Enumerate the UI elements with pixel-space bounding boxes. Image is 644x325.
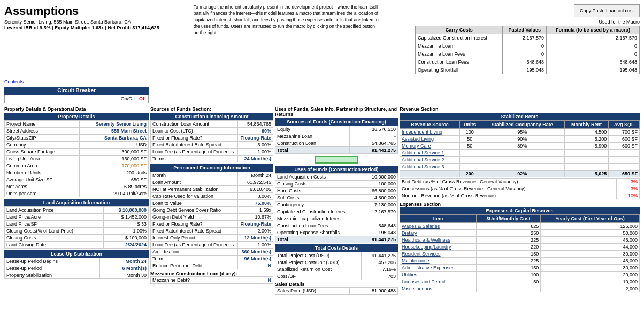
cf-row-label: Loan to Cost (LTC)	[151, 128, 238, 135]
pf-row-label: Cap Rate Used for Valuation	[151, 193, 238, 200]
lease-row-value: Month 24	[100, 258, 149, 265]
prop-row-value: 29.04 Unit/Acre	[79, 190, 148, 197]
prop-row-label: Average Unit Size SF	[5, 176, 80, 183]
src-row-label: Total	[275, 147, 350, 154]
pf-row-value: Floating-Rate	[237, 221, 273, 228]
pf-row-value: 2.00%	[237, 228, 273, 235]
tc-row-value: 7.16%	[362, 266, 398, 273]
pf-row-value: 75.00%	[237, 200, 273, 207]
src-row-value: -	[349, 133, 397, 140]
bd-row-label: Concessions (as % of Gross Revenue - Gen…	[400, 185, 617, 192]
rev-row-occ	[480, 157, 564, 164]
circuit-on-off-label: On/Off	[121, 96, 135, 102]
pf-row-value: Month 24	[237, 172, 273, 179]
pf-row-label: Refince Permanet Debt	[151, 262, 238, 269]
prop-row-label: Street Address	[5, 128, 80, 135]
cf-row-value: 60%	[237, 128, 273, 135]
exp-col-monthly: $Unit/Monthly Cost	[476, 215, 540, 223]
prop-row-value: 650 SF	[79, 176, 148, 183]
land-row-label: Land Acquisition Price	[5, 207, 104, 214]
src-row-label: Equity	[275, 126, 350, 133]
green-input-cell[interactable]	[315, 156, 358, 164]
cf-row-value: Floating-Rate	[237, 135, 273, 142]
circuit-breaker-header: Circuit Breaker	[4, 87, 149, 95]
rev-row-rent: 4,500	[564, 129, 609, 136]
exp-row-monthly: 150	[476, 251, 540, 258]
macro-row-label: Operating Shortfall	[415, 66, 502, 74]
lease-up-table: Lease-up Period Begins Month 24 Lease-up…	[4, 258, 149, 279]
land-row-value: 1.00%	[104, 228, 149, 235]
cf-row-value: 3.00%	[237, 142, 273, 149]
macro-col-2: Pasted Values	[503, 26, 547, 34]
src-row-value: 91,441,275	[349, 147, 397, 154]
exp-row-item: Resident Services	[400, 251, 477, 258]
prop-row-label: Number of Units	[5, 169, 80, 176]
prop-row-label: Gross Square Footage	[5, 149, 80, 156]
contents-link[interactable]: Contents	[4, 79, 24, 84]
rev-row-sqf: 700 SF	[609, 129, 640, 136]
land-row-value: $ 1,452,000	[104, 214, 149, 221]
pf-row-value: N	[237, 262, 273, 269]
macro-table: Carry Costs Pasted Values Formula (to be…	[415, 26, 640, 74]
exp-row-monthly	[476, 285, 540, 292]
page-title: Assumptions	[4, 4, 159, 18]
uses-row-value: 10,000,000	[364, 174, 397, 181]
prop-row-value: Santa Barbara, CA	[79, 135, 148, 142]
pf-row-label: Term	[151, 256, 238, 262]
pf-row-label: Loan to Value	[151, 200, 238, 207]
tc-row-label: Stabilized Return on Cost	[275, 266, 362, 273]
pf-row-value: 360 Month(s)	[237, 249, 273, 256]
expenses-section-title: Expenses Section	[400, 202, 640, 207]
rev-row-rent: 5,200	[564, 136, 609, 143]
rev-row-units: 50	[459, 143, 480, 150]
src-row-label: Construction Loan	[275, 140, 350, 147]
rev-row-occ: 90%	[480, 136, 564, 143]
sources-section-title: Sources of Funds Section:	[150, 106, 273, 112]
mezzanine-label: Mezzanine Construction Loan (if any):	[150, 271, 273, 276]
prop-row-value: 300,000 SF	[79, 149, 148, 156]
rev-row-occ: -	[480, 150, 564, 157]
land-row-label: Land Closing Date	[5, 242, 104, 249]
uses-row-value: 2,167,579	[364, 208, 397, 215]
exp-row-yearly: 2,000	[541, 285, 640, 292]
sales-row-label: Sales Price (USD)	[275, 288, 350, 295]
permanent-financing-table: Month Month 24 Loan Amount 61,972,545 NO…	[150, 172, 273, 269]
pf-row-value: 12 Month(s)	[237, 235, 273, 242]
construction-financing-table: Construction Loan Amount 54,864,765 Loan…	[150, 120, 273, 162]
exp-row-yearly: 45,000	[541, 237, 640, 244]
rev-row-rent	[564, 150, 609, 157]
copy-paste-button[interactable]: Copy Paste financial cost	[574, 4, 640, 17]
uses-construction-header: Uses of Funds (Construction Period)	[275, 166, 398, 173]
rev-row-source: Additional Service 2	[400, 157, 460, 164]
pf-row-label: Going-in Debt Yield	[151, 214, 238, 221]
uses-row-label: Soft Costs	[275, 195, 364, 202]
rev-col-sqf: Avg SQF	[609, 121, 640, 129]
macro-row-label: Mezzanine Loan	[415, 42, 502, 50]
pf-row-label: Fixed Rate/Interest Rate Spread	[151, 228, 238, 235]
pf-row-value: 8.00%	[237, 193, 273, 200]
rev-row-source: Independent Living	[400, 129, 460, 136]
cf-row-label: Fixed Rate/Interest Rate Spread	[151, 142, 238, 149]
revenue-table: Revenue Source Units Stabilized Occupanc…	[400, 120, 640, 177]
exp-row-monthly: 625	[476, 223, 540, 230]
prop-row-value: USD	[79, 142, 148, 149]
tc-row-value: 91,441,275	[362, 252, 398, 259]
uses-row-value: 548,648	[364, 222, 397, 229]
rev-row-source: Memory Care	[400, 143, 460, 150]
rev-row-units: 100	[459, 129, 480, 136]
exp-row-item: Utilities	[400, 272, 477, 278]
cf-row-label: Loan Fee (as Percentage of Proceeds	[151, 149, 238, 156]
sources-construction-table: Equity 36,576,510 Mezzanine Loan - Const…	[275, 126, 398, 154]
prop-row-value: 555 Main Street	[79, 128, 148, 135]
land-row-label: Land Price/Acre	[5, 214, 104, 221]
rev-row-units: -	[459, 164, 480, 171]
exp-col-yearly: Yearly Cost (First Year of Ops)	[541, 215, 640, 223]
exp-row-yearly: 125,000	[541, 223, 640, 230]
uses-construction-table: Land Acquisition Costs 10,000,000 Closin…	[275, 173, 398, 243]
pf-row-value: 96 Month(s)	[237, 256, 273, 262]
total-costs-table: Total Project Cost (USD) 91,441,275 Tota…	[275, 252, 398, 280]
total-costs-header: Total Costs Details	[275, 244, 398, 252]
mezz-row-value: N	[255, 277, 273, 284]
macro-row-label: Mezzanine Loan Fees	[415, 50, 502, 58]
prop-row-label: City/State/ZIP	[5, 135, 80, 142]
